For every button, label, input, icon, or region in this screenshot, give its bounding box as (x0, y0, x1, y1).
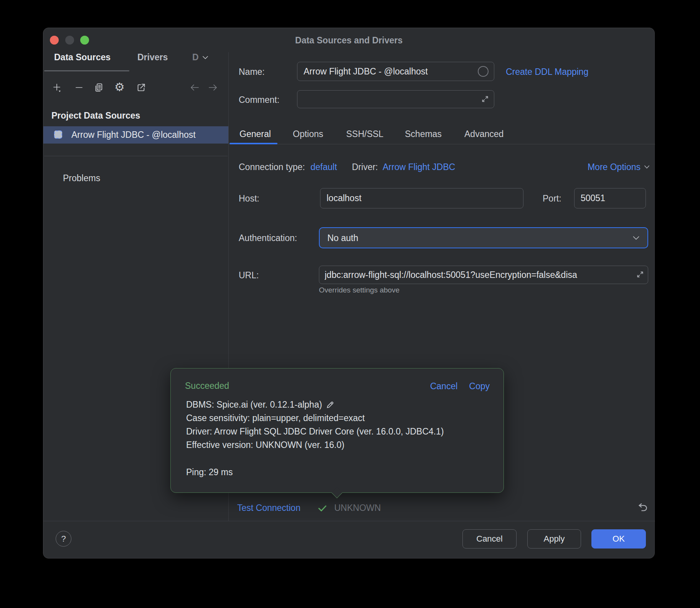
refresh-circle-icon[interactable] (478, 66, 489, 77)
project-data-sources-header: Project Data Sources (51, 110, 140, 121)
connection-status-value: UNKNOWN (334, 502, 381, 513)
comment-input[interactable] (297, 90, 494, 108)
active-tab-underline (229, 143, 277, 144)
sidebar-divider (44, 156, 228, 156)
list-item-label: Arrow Flight JDBC - @localhost (71, 129, 196, 140)
tab-overflow-truncated[interactable]: D (192, 52, 200, 63)
connection-type-label: Connection type: (239, 162, 305, 172)
port-label: Port: (543, 193, 561, 204)
tab-schemas[interactable]: Schemas (405, 129, 442, 139)
chevron-down-icon[interactable] (202, 56, 208, 60)
create-ddl-mapping-link[interactable]: Create DDL Mapping (506, 66, 588, 77)
authentication-label: Authentication: (239, 233, 297, 243)
connection-type-value-link[interactable]: default (310, 162, 337, 172)
remove-icon[interactable] (74, 83, 84, 93)
url-hint: Overrides settings above (319, 286, 400, 294)
popup-ping-line: Ping: 29 ms (186, 466, 444, 479)
pencil-icon[interactable] (326, 401, 334, 409)
checkmark-icon (318, 505, 327, 512)
popup-case-line: Case sensitivity: plain=upper, delimited… (186, 411, 444, 425)
tab-options[interactable]: Options (293, 129, 323, 139)
tab-general[interactable]: General (239, 129, 271, 139)
tab-drivers[interactable]: Drivers (137, 52, 168, 63)
name-input[interactable] (297, 62, 494, 81)
authentication-value: No auth (327, 233, 632, 243)
more-options-dropdown[interactable]: More Options (588, 162, 650, 172)
forward-arrow-icon[interactable] (208, 83, 218, 92)
popup-dbms-line: DBMS: Spice.ai (ver. 0.12.1-alpha) (186, 398, 444, 411)
tab-data-sources[interactable]: Data Sources (54, 52, 111, 63)
list-item-arrow-flight-jdbc[interactable]: Arrow Flight JDBC - @localhost (43, 126, 228, 144)
sidebar-active-tab-underline (44, 70, 129, 71)
name-label: Name: (239, 66, 265, 77)
host-input[interactable] (320, 188, 523, 208)
settings-gear-icon[interactable]: ⚙ (114, 81, 125, 93)
tabs-divider (229, 144, 655, 144)
footer-divider (43, 521, 655, 521)
expand-icon[interactable] (636, 270, 644, 279)
data-sources-dialog: Data Sources and Drivers Data Sources Dr… (43, 28, 655, 558)
chevron-down-icon (644, 165, 650, 169)
window-title: Data Sources and Drivers (43, 35, 654, 46)
driver-label: Driver: (352, 162, 378, 172)
driver-value-link[interactable]: Arrow Flight JDBC (383, 162, 455, 172)
back-arrow-icon[interactable] (189, 83, 200, 92)
authentication-select[interactable]: No auth (319, 227, 648, 248)
tab-advanced[interactable]: Advanced (464, 129, 504, 139)
popup-cancel-link[interactable]: Cancel (430, 381, 458, 392)
comment-label: Comment: (239, 94, 279, 105)
add-icon[interactable] (52, 83, 62, 93)
popup-driver-line: Driver: Arrow Flight SQL JDBC Driver Cor… (186, 425, 444, 438)
url-input[interactable] (319, 266, 648, 284)
data-source-icon (54, 131, 62, 139)
tab-ssh-ssl[interactable]: SSH/SSL (346, 129, 383, 139)
ok-button[interactable]: OK (591, 529, 646, 549)
sidebar-item-problems[interactable]: Problems (63, 173, 100, 183)
url-label: URL: (239, 270, 259, 281)
duplicate-icon[interactable] (94, 83, 104, 93)
popup-tail (332, 487, 342, 498)
apply-button[interactable]: Apply (527, 529, 581, 549)
status-succeeded: Succeeded (185, 381, 229, 391)
host-label: Host: (239, 193, 259, 204)
test-connection-result-popup: Succeeded Cancel Copy DBMS: Spice.ai (ve… (170, 368, 504, 493)
test-connection-link[interactable]: Test Connection (237, 502, 300, 513)
popup-version-line: Effective version: UNKNOWN (ver. 16.0) (186, 438, 444, 452)
more-options-label: More Options (588, 162, 641, 172)
popup-copy-link[interactable]: Copy (469, 381, 490, 392)
chevron-down-icon (632, 236, 640, 240)
help-icon[interactable]: ? (56, 531, 71, 547)
expand-icon[interactable] (481, 95, 489, 103)
export-icon[interactable] (136, 83, 146, 93)
port-input[interactable] (574, 188, 646, 208)
cancel-button[interactable]: Cancel (462, 529, 517, 549)
undo-icon[interactable] (636, 502, 648, 514)
